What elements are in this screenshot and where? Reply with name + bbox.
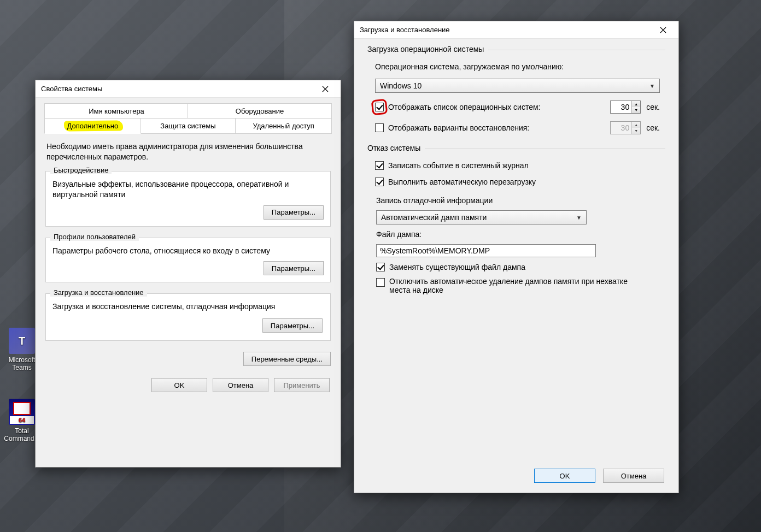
- tab-computer-name[interactable]: Имя компьютера: [44, 103, 189, 119]
- dump-header: Запись отладочной информации: [376, 196, 660, 205]
- tab-hardware[interactable]: Оборудование: [188, 103, 332, 119]
- show-recovery-row: Отображать варианты восстановления: ▲ ▼ …: [375, 121, 660, 134]
- section-title: Загрузка операционной системы: [367, 45, 488, 54]
- chevron-down-icon: ▼: [576, 215, 582, 221]
- highlight: Дополнительно: [67, 122, 119, 130]
- select-value: Windows 10: [380, 81, 422, 90]
- startup-recovery-dialog: Загрузка и восстановление Загрузка опера…: [354, 21, 679, 493]
- intro-text: Необходимо иметь права администратора дл…: [46, 141, 330, 162]
- group-legend: Быстродействие: [50, 166, 112, 174]
- auto-restart-checkbox[interactable]: [375, 178, 384, 186]
- seconds-input[interactable]: [611, 101, 631, 113]
- checkbox-label: Отключить автоматическое удаление дампов…: [389, 277, 641, 294]
- close-icon: [660, 27, 666, 33]
- spinner-down-button[interactable]: ▼: [632, 107, 640, 113]
- titlebar: Загрузка и восстановление: [354, 21, 678, 39]
- spinner-up-button[interactable]: ▲: [632, 101, 640, 107]
- apply-button[interactable]: Применить: [274, 378, 330, 392]
- close-button[interactable]: [313, 81, 337, 97]
- spinner-up-button: ▲: [632, 122, 640, 128]
- show-os-list-seconds-spinner[interactable]: ▲ ▼: [610, 101, 641, 114]
- tab-protection[interactable]: Защита системы: [140, 118, 237, 134]
- profiles-settings-button[interactable]: Параметры...: [264, 261, 324, 275]
- tab-remote[interactable]: Удаленный доступ: [235, 118, 332, 134]
- show-recovery-seconds-spinner: ▲ ▼: [610, 121, 641, 134]
- performance-group: Быстродействие Визуальные эффекты, испол…: [45, 171, 331, 227]
- show-os-list-checkbox[interactable]: [375, 103, 384, 111]
- group-desc: Параметры рабочего стола, относящиеся ко…: [52, 246, 324, 256]
- disable-autodelete-checkbox[interactable]: [376, 278, 385, 287]
- group-legend: Загрузка и восстановление: [50, 288, 147, 297]
- seconds-input: [611, 122, 631, 134]
- checkbox-label: Записать событие в системный журнал: [388, 161, 529, 170]
- ok-button[interactable]: OK: [534, 469, 595, 483]
- dump-type-select[interactable]: Автоматический дамп памяти ▼: [376, 210, 587, 224]
- seconds-label: сек.: [646, 103, 660, 111]
- group-desc: Загрузка и восстановление системы, отлад…: [52, 302, 324, 312]
- dump-file-input[interactable]: [376, 244, 596, 257]
- highlight: Загрузка и восстановление: [360, 26, 450, 34]
- checkbox-label: Отображать список операционных систем:: [388, 103, 540, 111]
- highlight: Параметры...: [261, 317, 324, 334]
- tab-advanced[interactable]: Дополнительно: [44, 118, 141, 134]
- default-os-select[interactable]: Windows 10 ▼: [375, 79, 660, 93]
- dump-subsection: Запись отладочной информации Автоматичес…: [375, 196, 660, 294]
- select-value: Автоматический дамп памяти: [381, 213, 487, 222]
- show-os-list-row: Отображать список операционных систем: ▲…: [375, 101, 660, 114]
- os-boot-section: Загрузка операционной системы Операционн…: [367, 50, 665, 139]
- dump-file-label: Файл дампа:: [376, 230, 660, 239]
- log-event-checkbox[interactable]: [375, 161, 384, 170]
- total-commander-icon: [9, 399, 35, 425]
- profiles-group: Профили пользователей Параметры рабочего…: [45, 238, 331, 283]
- titlebar: Свойства системы: [36, 80, 341, 98]
- window-title: Свойства системы: [41, 85, 313, 93]
- close-button[interactable]: [651, 22, 675, 38]
- seconds-label: сек.: [646, 123, 660, 132]
- dialog-footer: OK Отмена Применить: [44, 375, 332, 392]
- chevron-down-icon: ▼: [649, 83, 655, 89]
- system-failure-section: Отказ системы Записать событие в системн…: [367, 149, 665, 299]
- cancel-button[interactable]: Отмена: [213, 378, 268, 392]
- section-title: Отказ системы: [367, 144, 425, 152]
- checkbox-label: Отображать варианты восстановления:: [388, 123, 529, 132]
- ok-button[interactable]: OK: [151, 378, 207, 392]
- highlight: Загрузка и восстановление: [54, 288, 144, 297]
- environment-variables-button[interactable]: Переменные среды...: [243, 352, 331, 366]
- performance-settings-button[interactable]: Параметры...: [264, 205, 324, 220]
- show-recovery-checkbox[interactable]: [375, 123, 384, 132]
- overwrite-dump-checkbox[interactable]: [376, 263, 385, 271]
- cancel-button[interactable]: Отмена: [603, 469, 664, 483]
- checkbox-label: Выполнить автоматическую перезагрузку: [388, 178, 536, 186]
- window-title: Загрузка и восстановление: [360, 26, 651, 34]
- system-properties-dialog: Свойства системы Имя компьютера Оборудов…: [35, 80, 341, 468]
- group-desc: Визуальные эффекты, использование процес…: [52, 179, 324, 200]
- dialog-footer: OK Отмена: [367, 465, 665, 483]
- group-legend: Профили пользователей: [50, 233, 139, 241]
- close-icon: [322, 86, 329, 92]
- spinner-down-button: ▼: [632, 128, 640, 134]
- startup-recovery-group: Загрузка и восстановление Загрузка и вос…: [45, 293, 331, 341]
- teams-icon: T: [9, 328, 35, 354]
- highlight: Свойства системы: [41, 85, 102, 93]
- startup-settings-button[interactable]: Параметры...: [262, 318, 323, 333]
- checkbox-label: Заменять существующий файл дампа: [389, 263, 525, 271]
- tabstrip: Имя компьютера Оборудование Дополнительн…: [44, 103, 332, 134]
- default-os-label: Операционная система, загружаемая по умо…: [375, 62, 660, 71]
